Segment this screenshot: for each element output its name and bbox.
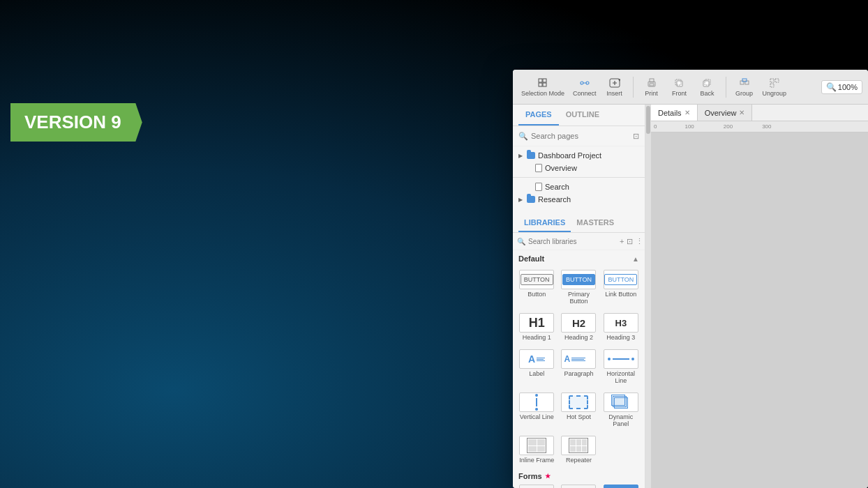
link-button-preview-icon: BUTTON [604, 270, 638, 289]
tab-libraries[interactable]: LIBRARIES [518, 214, 571, 232]
tab-masters[interactable]: MASTERS [571, 214, 620, 232]
ruler-mark-100: 100 [684, 123, 694, 130]
tab-overview[interactable]: Overview ✕ [698, 105, 753, 121]
pages-search-bar: 🔍 ⊡ ⊞ [513, 126, 645, 146]
tree-item-label-4: Research [538, 195, 571, 204]
lib-item-inline-frame-label: Inline Frame [519, 457, 554, 464]
ungroup-button[interactable]: Ungroup [760, 75, 790, 98]
svg-point-5 [586, 82, 589, 84]
lib-item-vline[interactable]: Vertical Line [517, 390, 556, 430]
lib-item-button[interactable]: BUTTON Button [517, 267, 556, 307]
tree-item-dashboard-project[interactable]: ▶ Dashboard Project [513, 149, 645, 162]
connect-button[interactable]: Connect [570, 75, 599, 98]
cursor-icon [537, 77, 549, 89]
insert-button[interactable]: ▾ Insert [602, 75, 627, 98]
front-label: Front [672, 90, 687, 97]
lib-item-form-3[interactable] [601, 482, 641, 488]
lib-item-inline-frame[interactable]: Inline Frame [517, 433, 556, 466]
lib-item-form-2[interactable] [559, 482, 598, 488]
toolbar: Selection Mode Connect ▾ [513, 70, 868, 105]
label-lines [537, 358, 545, 361]
tree-item-search[interactable]: ▶ Search [513, 181, 645, 193]
lib-item-dynamic-panel-label: Dynamic Panel [603, 413, 639, 427]
svg-rect-16 [703, 81, 709, 86]
lib-grid-2: Inline Frame Repeater [513, 433, 645, 469]
print-label: Print [645, 90, 658, 97]
expand-arrow-4: ▶ [518, 197, 524, 203]
left-panel-scrollbar[interactable] [645, 105, 651, 488]
lib-item-heading1[interactable]: H1 Heading 1 [517, 310, 556, 344]
svg-point-4 [581, 82, 583, 84]
button-preview-icon: BUTTON [519, 270, 554, 289]
lib-item-paragraph[interactable]: A Paragraph [559, 346, 598, 387]
svg-rect-0 [539, 79, 542, 82]
tab-outline[interactable]: OUTLINE [559, 105, 606, 125]
tab-overview-close[interactable]: ✕ [739, 109, 744, 116]
pages-tabs: PAGES OUTLINE [513, 105, 645, 126]
lib-item-hline[interactable]: Horizontal Line [601, 346, 641, 387]
lib-item-dynamic-panel[interactable]: Dynamic Panel [601, 390, 641, 430]
canvas-tabs: Details ✕ Overview ✕ [651, 105, 868, 121]
lib-add-btn[interactable]: + [620, 236, 624, 247]
label-preview: A [528, 353, 535, 365]
folder-icon-2 [527, 196, 535, 203]
zoom-control[interactable]: 🔍 100% [821, 80, 862, 94]
tree-item-label-2: Overview [545, 164, 577, 172]
forms-asterisk: ★ [545, 473, 551, 480]
tree-item-research[interactable]: ▶ Research [513, 193, 645, 206]
tab-pages[interactable]: PAGES [518, 105, 559, 125]
lib-copy-btn[interactable]: ⊡ [627, 236, 633, 247]
ruler: 0 100 200 300 [651, 121, 868, 132]
tab-details[interactable]: Details ✕ [651, 105, 698, 121]
lib-item-link-button[interactable]: BUTTON Link Button [601, 267, 641, 307]
back-icon [701, 77, 714, 89]
version-badge: VERSION 9 [10, 103, 142, 142]
tree-item-label: Dashboard Project [538, 151, 601, 160]
lib-section-arrow[interactable]: ▲ [632, 255, 639, 263]
svg-rect-14 [677, 81, 682, 86]
h3-preview-icon: H3 [604, 313, 638, 333]
lib-menu-btn[interactable]: ⋮ [636, 236, 643, 247]
front-button[interactable]: Front [667, 75, 692, 98]
forms-section-label: Forms [518, 472, 542, 480]
tree-item-overview[interactable]: ▶ Overview [513, 162, 645, 174]
lib-item-heading2-label: Heading 2 [564, 334, 593, 341]
print-button[interactable]: Print [639, 75, 664, 98]
inline-frame-preview-icon [519, 436, 554, 455]
hotspot-preview-icon [561, 392, 596, 412]
back-button[interactable]: Back [695, 75, 720, 98]
lib-search-input[interactable] [528, 238, 617, 245]
svg-rect-22 [775, 79, 779, 82]
tab-details-close[interactable]: ✕ [684, 109, 690, 116]
lib-section-default: Default ▲ [513, 250, 645, 264]
group-icon [738, 77, 751, 89]
svg-rect-2 [539, 83, 542, 86]
lib-item-hotspot[interactable]: Hot Spot [559, 390, 598, 430]
lib-item-heading1-label: Heading 1 [523, 334, 551, 341]
expand-arrow: ▶ [518, 153, 524, 159]
lib-item-repeater[interactable]: Repeater [559, 433, 598, 466]
svg-rect-13 [650, 84, 654, 86]
lib-grid-forms [513, 482, 645, 488]
vline-preview [535, 394, 538, 411]
lib-item-primary-button[interactable]: BUTTON Primary Button [559, 267, 598, 307]
add-page-icon[interactable]: ⊡ [630, 130, 641, 142]
para-a: A [564, 354, 570, 364]
form-1-preview-icon [519, 485, 554, 488]
group-button[interactable]: Group [732, 75, 757, 98]
lib-item-heading3[interactable]: H3 Heading 3 [601, 310, 641, 344]
lib-item-label[interactable]: A Label [517, 346, 556, 387]
left-panel: PAGES OUTLINE 🔍 ⊡ ⊞ ▶ Dashboard Project [513, 105, 645, 488]
h2-preview-icon: H2 [561, 313, 596, 333]
search-icon: 🔍 [518, 132, 528, 141]
canvas-area: Details ✕ Overview ✕ 0 100 200 300 [651, 105, 868, 488]
ungroup-label: Ungroup [763, 90, 787, 97]
selection-mode-button[interactable]: Selection Mode [518, 75, 567, 98]
hotspot-preview [569, 395, 588, 409]
pages-search-input[interactable] [531, 132, 627, 140]
button-preview: BUTTON [521, 274, 553, 285]
group-label: Group [735, 90, 753, 97]
lib-item-form-1[interactable] [517, 482, 556, 488]
dynamic-panel-preview-icon [604, 392, 638, 412]
lib-item-heading2[interactable]: H2 Heading 2 [559, 310, 598, 344]
